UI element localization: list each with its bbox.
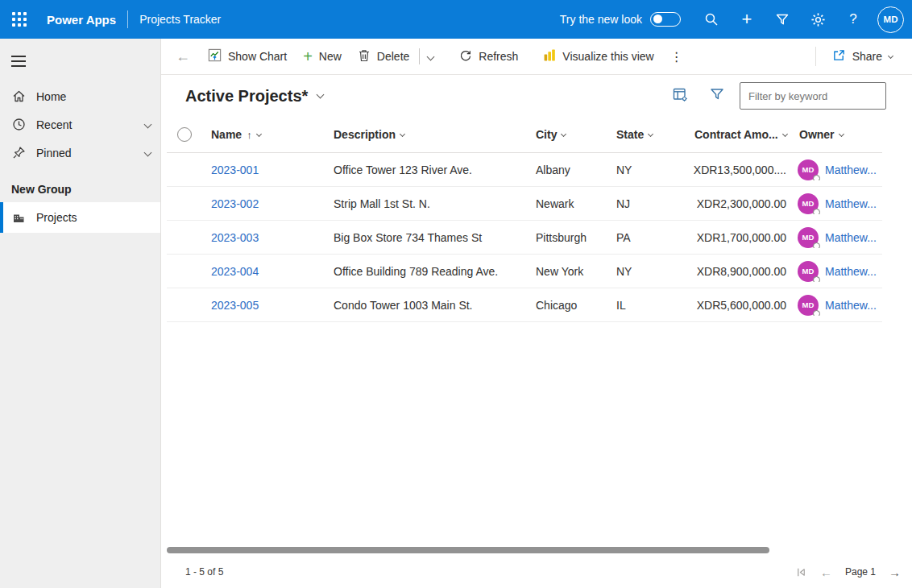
page-label: Page 1 xyxy=(845,566,876,578)
app-title: Projects Tracker xyxy=(139,13,221,26)
table-row[interactable]: 2023-004 Office Building 789 Reading Ave… xyxy=(167,255,882,288)
table-row[interactable]: 2023-001 Office Tower 123 River Ave. Alb… xyxy=(167,153,882,187)
table-row[interactable]: 2023-002 Strip Mall 1st St. N. Newark NJ… xyxy=(167,187,882,221)
description-cell: Condo Tower 1003 Main St. xyxy=(327,299,528,312)
delete-label: Delete xyxy=(377,50,409,63)
delete-split-menu-button[interactable] xyxy=(421,43,440,70)
sidebar-item-projects[interactable]: Projects xyxy=(0,202,160,233)
owner-link[interactable]: Matthew... xyxy=(825,197,877,210)
presence-badge xyxy=(813,310,820,316)
more-commands-button[interactable]: ⋮ xyxy=(662,49,691,64)
chevron-down-icon xyxy=(782,130,788,136)
next-page-button[interactable]: → xyxy=(889,565,901,579)
description-cell: Office Building 789 Reading Ave. xyxy=(327,265,528,278)
edit-filters-button[interactable] xyxy=(703,82,732,110)
show-chart-button[interactable]: Show Chart xyxy=(200,43,295,70)
account-avatar[interactable]: MD xyxy=(877,6,904,33)
building-icon xyxy=(11,211,26,225)
table-row[interactable]: 2023-003 Big Box Store 734 Thames St Pit… xyxy=(167,221,882,255)
share-button[interactable]: Share xyxy=(824,43,901,70)
project-name-link[interactable]: 2023-002 xyxy=(211,197,259,210)
owner-link[interactable]: Matthew... xyxy=(825,299,877,312)
filter-button[interactable] xyxy=(766,3,798,35)
column-header-city[interactable]: City xyxy=(528,128,608,141)
refresh-icon xyxy=(459,49,472,64)
chevron-down-icon xyxy=(839,130,844,136)
chevron-down-icon[interactable] xyxy=(144,121,152,129)
edit-columns-button[interactable] xyxy=(665,82,694,110)
new-look-toggle-group[interactable]: Try the new look xyxy=(560,12,681,27)
app-launcher-button[interactable] xyxy=(0,0,39,39)
first-page-button[interactable] xyxy=(795,566,807,578)
sidebar-item-pinned[interactable]: Pinned xyxy=(0,139,160,167)
owner-avatar: MD xyxy=(798,227,819,248)
collapse-sidebar-button[interactable] xyxy=(0,45,39,77)
arrow-left-icon: ← xyxy=(820,565,832,579)
description-cell: Office Tower 123 River Ave. xyxy=(327,164,528,176)
hamburger-icon xyxy=(11,52,26,70)
table-row[interactable]: 2023-005 Condo Tower 1003 Main St. Chica… xyxy=(167,288,882,322)
sidebar: Home Recent Pinned New Group xyxy=(0,39,161,588)
view-selector[interactable]: Active Projects* xyxy=(185,87,323,106)
help-icon: ? xyxy=(849,11,856,27)
refresh-button[interactable]: Refresh xyxy=(451,43,526,70)
share-icon xyxy=(832,48,846,64)
presence-badge xyxy=(813,175,820,180)
search-button[interactable] xyxy=(695,3,728,35)
chevron-down-icon xyxy=(888,52,893,58)
new-button[interactable]: + New xyxy=(295,43,350,70)
owner-link[interactable]: Matthew... xyxy=(825,231,877,244)
view-bar: Active Projects* xyxy=(161,75,912,117)
data-grid: Name ↑ Description City State Cont xyxy=(167,117,882,322)
back-button[interactable]: ← xyxy=(166,48,200,65)
city-cell: Albany xyxy=(528,164,608,176)
project-name-link[interactable]: 2023-004 xyxy=(211,265,259,278)
scrollbar-thumb[interactable] xyxy=(167,547,769,553)
new-look-toggle[interactable] xyxy=(650,12,681,27)
city-cell: Newark xyxy=(528,197,608,210)
chevron-down-icon[interactable] xyxy=(144,149,152,157)
project-name-link[interactable]: 2023-001 xyxy=(211,164,259,176)
settings-button[interactable] xyxy=(802,3,834,35)
help-button[interactable]: ? xyxy=(837,3,869,35)
product-name[interactable]: Power Apps xyxy=(47,13,116,27)
project-name-link[interactable]: 2023-005 xyxy=(211,299,259,312)
project-name-link[interactable]: 2023-003 xyxy=(211,231,259,244)
status-bar: 1 - 5 of 5 ← Page 1 → xyxy=(161,556,912,588)
column-header-state[interactable]: State xyxy=(608,128,686,141)
previous-page-button[interactable]: ← xyxy=(820,565,832,579)
sidebar-group-label: New Group xyxy=(0,167,160,202)
powerbi-icon xyxy=(544,49,556,64)
horizontal-scrollbar[interactable] xyxy=(161,545,912,556)
record-count: 1 - 5 of 5 xyxy=(185,566,223,578)
arrow-right-icon: → xyxy=(889,565,901,579)
column-header-owner[interactable]: Owner xyxy=(790,128,882,141)
owner-link[interactable]: Matthew... xyxy=(825,265,877,278)
presence-badge xyxy=(813,209,820,214)
chevron-down-icon xyxy=(317,91,325,99)
pin-icon xyxy=(11,146,26,159)
funnel-icon xyxy=(775,12,790,27)
visualize-view-label: Visualize this view xyxy=(562,50,653,63)
plus-icon: + xyxy=(742,9,752,30)
add-button[interactable]: + xyxy=(731,3,763,35)
state-cell: PA xyxy=(608,231,686,244)
column-header-description[interactable]: Description xyxy=(327,128,528,141)
column-header-contract-amount[interactable]: Contract Amo... xyxy=(686,128,790,141)
toolbar-divider xyxy=(815,47,816,66)
sidebar-item-recent[interactable]: Recent xyxy=(0,110,160,139)
edit-columns-icon xyxy=(672,86,689,106)
toolbar-divider xyxy=(419,48,420,64)
delete-button[interactable]: Delete xyxy=(350,43,417,70)
column-header-name[interactable]: Name ↑ xyxy=(202,128,327,141)
show-chart-label: Show Chart xyxy=(228,50,287,63)
select-all-checkbox[interactable] xyxy=(177,127,192,142)
owner-link[interactable]: Matthew... xyxy=(825,164,877,176)
command-bar: ← Show Chart + New Delete xyxy=(161,39,912,75)
visualize-view-button[interactable]: Visualize this view xyxy=(536,43,661,70)
sidebar-item-label: Recent xyxy=(36,118,72,131)
home-icon xyxy=(11,89,26,103)
owner-avatar: MD xyxy=(798,261,819,282)
sidebar-item-home[interactable]: Home xyxy=(0,82,160,110)
keyword-filter-input[interactable] xyxy=(740,82,886,110)
